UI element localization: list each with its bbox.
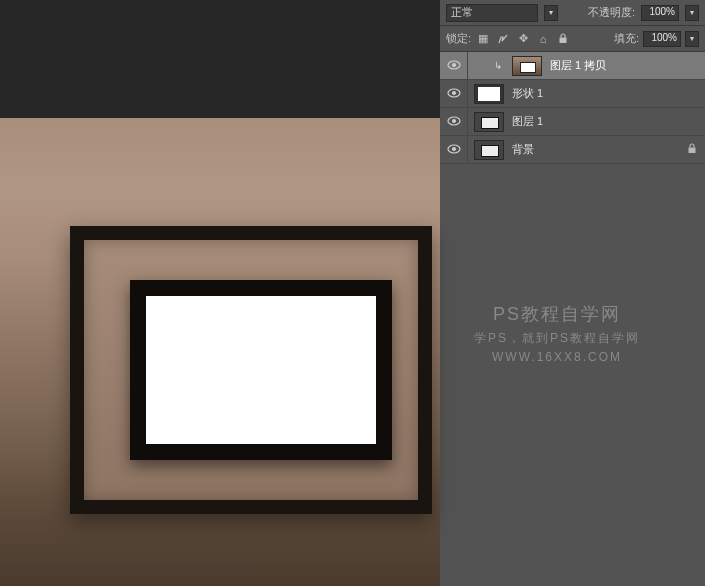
layer-row[interactable]: 图层 1 (440, 108, 705, 136)
svg-rect-9 (689, 148, 696, 154)
svg-point-6 (452, 119, 456, 123)
layer-row[interactable]: 形状 1 (440, 80, 705, 108)
inner-frame-graphic (130, 280, 392, 460)
lock-pixels-icon[interactable] (495, 31, 511, 47)
lock-position-icon[interactable]: ✥ (515, 31, 531, 47)
document-image[interactable] (0, 118, 440, 586)
layer-content: ↳图层 1 拷贝 (468, 56, 606, 76)
visibility-toggle[interactable] (440, 52, 468, 79)
layer-name-label[interactable]: 图层 1 (512, 114, 543, 129)
eye-icon (447, 143, 461, 157)
layer-content: 背景 (468, 140, 534, 160)
opacity-dropdown-icon[interactable]: ▾ (685, 5, 699, 21)
blend-mode-dropdown-icon[interactable]: ▾ (544, 5, 558, 21)
visibility-toggle[interactable] (440, 136, 468, 163)
layer-row[interactable]: ↳图层 1 拷贝 (440, 52, 705, 80)
layer-thumbnail[interactable] (512, 56, 542, 76)
fill-label: 填充: (614, 31, 639, 46)
layers-panel: 正常 ▾ 不透明度: 100% ▾ 锁定: ▦ ✥ ⌂ 填充: 100% ▾ ↳… (440, 0, 705, 586)
eye-icon (447, 115, 461, 129)
lock-label: 锁定: (446, 31, 471, 46)
lock-artboard-icon[interactable]: ⌂ (535, 31, 551, 47)
opacity-label: 不透明度: (588, 5, 635, 20)
lock-icon (687, 143, 697, 156)
eye-icon (447, 59, 461, 73)
lock-transparent-icon[interactable]: ▦ (475, 31, 491, 47)
canvas-viewport (0, 0, 440, 586)
eye-icon (447, 87, 461, 101)
layer-name-label[interactable]: 形状 1 (512, 86, 543, 101)
layer-thumbnail[interactable] (474, 84, 504, 104)
layer-row[interactable]: 背景 (440, 136, 705, 164)
visibility-toggle[interactable] (440, 80, 468, 107)
layer-name-label[interactable]: 背景 (512, 142, 534, 157)
svg-point-4 (452, 91, 456, 95)
layer-content: 图层 1 (468, 112, 543, 132)
fill-input[interactable]: 100% (643, 31, 681, 47)
blend-mode-value: 正常 (451, 5, 473, 20)
svg-point-2 (452, 63, 456, 67)
layer-content: 形状 1 (468, 84, 543, 104)
lock-all-icon[interactable] (555, 31, 571, 47)
layer-thumbnail[interactable] (474, 112, 504, 132)
visibility-toggle[interactable] (440, 108, 468, 135)
opacity-input[interactable]: 100% (641, 5, 679, 21)
fill-dropdown-icon[interactable]: ▾ (685, 31, 699, 47)
layer-name-label[interactable]: 图层 1 拷贝 (550, 58, 606, 73)
layer-thumbnail[interactable] (474, 140, 504, 160)
clip-arrow-icon: ↳ (494, 60, 504, 71)
blend-opacity-row: 正常 ▾ 不透明度: 100% ▾ (440, 0, 705, 26)
svg-point-8 (452, 147, 456, 151)
blend-mode-select[interactable]: 正常 (446, 4, 538, 22)
lock-fill-row: 锁定: ▦ ✥ ⌂ 填充: 100% ▾ (440, 26, 705, 52)
svg-rect-0 (560, 38, 567, 44)
layer-list: ↳图层 1 拷贝形状 1图层 1背景 (440, 52, 705, 586)
